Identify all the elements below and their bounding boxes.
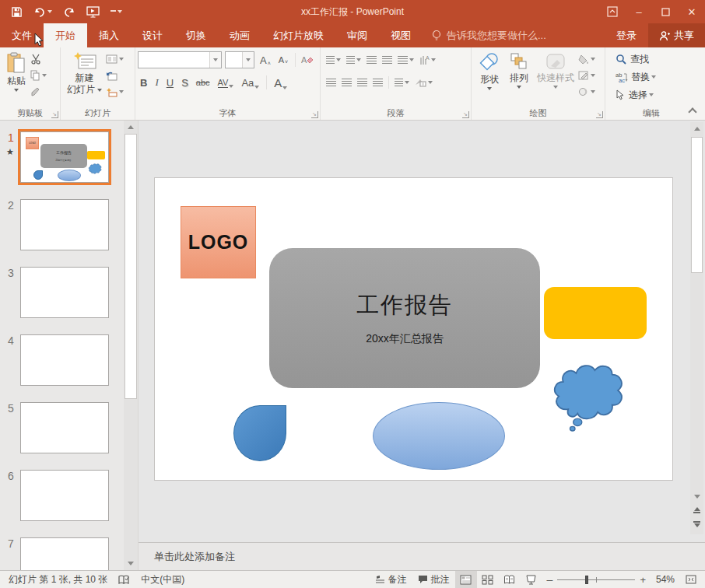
main-scroll-down-button[interactable] bbox=[690, 490, 703, 503]
find-button[interactable]: 查找 bbox=[616, 53, 695, 65]
language-indicator[interactable]: 中文(中国) bbox=[135, 571, 190, 588]
next-slide-button[interactable] bbox=[690, 517, 703, 531]
clipboard-dialog-launcher[interactable]: ↘ bbox=[51, 111, 58, 118]
maximize-button[interactable] bbox=[652, 0, 679, 23]
slide-thumbnail-7[interactable]: 7 bbox=[0, 537, 138, 570]
save-button[interactable] bbox=[11, 6, 23, 18]
panel-scroll-down-button[interactable] bbox=[124, 557, 138, 570]
font-size-dropdown[interactable] bbox=[242, 52, 254, 68]
tab-review[interactable]: 审阅 bbox=[335, 23, 379, 47]
select-button[interactable]: 选择 bbox=[616, 89, 695, 101]
align-center-button[interactable] bbox=[342, 76, 352, 89]
shape-outline-button[interactable] bbox=[578, 69, 595, 82]
slideshow-view-button[interactable] bbox=[521, 571, 542, 588]
align-left-button[interactable] bbox=[326, 76, 336, 89]
ellipse-shape[interactable] bbox=[373, 402, 505, 470]
slide-thumbnail-1[interactable]: 1 ★ LOGO 工作报告 20xx年汇总报告 bbox=[0, 131, 138, 183]
slide-7-thumb[interactable] bbox=[20, 537, 109, 570]
new-slide-button[interactable]: 新建 幻灯片 bbox=[63, 50, 106, 107]
font-size-combo[interactable] bbox=[225, 51, 254, 68]
slide-2-thumb[interactable] bbox=[20, 199, 109, 250]
redo-button[interactable] bbox=[63, 6, 75, 17]
main-scrollbar-thumb[interactable] bbox=[691, 137, 703, 273]
slide-canvas[interactable]: LOGO 工作报告 20xx年汇总报告 bbox=[154, 177, 673, 481]
italic-button[interactable]: I bbox=[153, 76, 160, 89]
slide-thumbnail-3[interactable]: 3 bbox=[0, 267, 138, 318]
layout-button[interactable] bbox=[106, 53, 124, 65]
slide-5-thumb[interactable] bbox=[20, 402, 109, 453]
zoom-slider-track[interactable] bbox=[557, 579, 635, 580]
share-button[interactable]: 共享 bbox=[648, 23, 705, 47]
font-color-button[interactable]: A bbox=[272, 76, 289, 89]
convert-smartart-button[interactable] bbox=[415, 76, 433, 89]
decrease-indent-button[interactable] bbox=[367, 54, 377, 66]
decrease-font-size-button[interactable]: A˅ bbox=[276, 55, 290, 65]
main-scroll-up-button[interactable] bbox=[690, 122, 703, 135]
undo-button[interactable] bbox=[33, 6, 52, 17]
section-button[interactable] bbox=[106, 86, 124, 98]
drawing-dialog-launcher[interactable]: ↘ bbox=[596, 111, 603, 118]
shape-fill-button[interactable] bbox=[578, 53, 595, 65]
slide-thumbnail-4[interactable]: 4 bbox=[0, 334, 138, 386]
columns-button[interactable] bbox=[395, 76, 409, 89]
slide-sorter-view-button[interactable] bbox=[477, 571, 499, 588]
paste-dropdown-arrow[interactable] bbox=[14, 89, 19, 92]
text-shadow-button[interactable]: S bbox=[179, 77, 191, 89]
character-spacing-button[interactable]: AV bbox=[216, 78, 237, 88]
slide-thumbnail-2[interactable]: 2 bbox=[0, 199, 138, 250]
ribbon-display-options-button[interactable] bbox=[599, 0, 626, 23]
fit-to-window-button[interactable] bbox=[680, 571, 702, 588]
zoom-percentage[interactable]: 54% bbox=[651, 571, 680, 588]
paste-button[interactable]: 粘贴 bbox=[2, 50, 30, 107]
strikethrough-button[interactable]: abc bbox=[194, 78, 212, 87]
slide-4-thumb[interactable] bbox=[20, 334, 109, 386]
increase-indent-button[interactable] bbox=[382, 54, 392, 66]
start-from-beginning-button[interactable] bbox=[86, 6, 100, 18]
panel-scrollbar-thumb[interactable] bbox=[125, 134, 137, 399]
zoom-in-button[interactable]: + bbox=[640, 574, 646, 586]
font-name-combo[interactable] bbox=[138, 51, 222, 68]
shapes-button[interactable]: 形状 bbox=[474, 50, 505, 107]
tab-animations[interactable]: 动画 bbox=[218, 23, 261, 47]
align-right-button[interactable] bbox=[357, 76, 367, 89]
slide-counter[interactable]: 幻灯片 第 1 张, 共 10 张 bbox=[3, 571, 113, 588]
justify-button[interactable] bbox=[373, 76, 383, 89]
text-direction-button[interactable]: A bbox=[419, 54, 436, 66]
quick-styles-button[interactable]: 快速样式 bbox=[533, 50, 578, 107]
spell-check-button[interactable] bbox=[113, 571, 135, 588]
numbering-button[interactable] bbox=[346, 54, 361, 66]
font-name-dropdown[interactable] bbox=[209, 52, 221, 68]
normal-view-button[interactable] bbox=[455, 571, 477, 588]
previous-slide-button[interactable] bbox=[690, 503, 703, 517]
copy-button[interactable] bbox=[30, 69, 47, 82]
tab-home[interactable]: 开始 bbox=[44, 23, 87, 47]
panel-scrollbar[interactable] bbox=[124, 121, 138, 570]
notes-pane[interactable]: 单击此处添加备注 bbox=[139, 542, 705, 570]
slide-thumbnail-5[interactable]: 5 bbox=[0, 402, 138, 453]
reset-button[interactable] bbox=[106, 69, 124, 82]
slide-1-thumb[interactable]: LOGO 工作报告 20xx年汇总报告 bbox=[20, 131, 109, 183]
tab-design[interactable]: 设计 bbox=[131, 23, 174, 47]
underline-button[interactable]: U bbox=[164, 77, 176, 89]
minimize-button[interactable]: – bbox=[626, 0, 652, 23]
bullets-button[interactable] bbox=[326, 54, 341, 66]
shape-effects-button[interactable] bbox=[578, 86, 595, 98]
customize-qat-button[interactable] bbox=[110, 10, 122, 13]
slide-6-thumb[interactable] bbox=[20, 470, 109, 521]
reading-view-button[interactable] bbox=[499, 571, 521, 588]
logo-shape[interactable]: LOGO bbox=[181, 206, 256, 278]
tab-insert[interactable]: 插入 bbox=[87, 23, 131, 47]
replace-button[interactable]: abac 替换 bbox=[616, 71, 695, 83]
title-shape[interactable]: 工作报告 20xx年汇总报告 bbox=[269, 248, 540, 388]
yellow-rounded-rectangle-shape[interactable] bbox=[544, 287, 647, 339]
format-painter-button[interactable] bbox=[30, 86, 47, 98]
cut-button[interactable] bbox=[30, 53, 47, 65]
tab-slideshow[interactable]: 幻灯片放映 bbox=[261, 23, 335, 47]
sign-in-button[interactable]: 登录 bbox=[605, 23, 648, 47]
main-scrollbar[interactable] bbox=[690, 122, 703, 534]
cloud-callout-shape[interactable] bbox=[550, 359, 630, 432]
paragraph-dialog-launcher[interactable]: ↘ bbox=[462, 111, 469, 118]
tab-transitions[interactable]: 切换 bbox=[174, 23, 218, 47]
tab-view[interactable]: 视图 bbox=[379, 23, 423, 47]
font-dialog-launcher[interactable]: ↘ bbox=[311, 111, 318, 118]
